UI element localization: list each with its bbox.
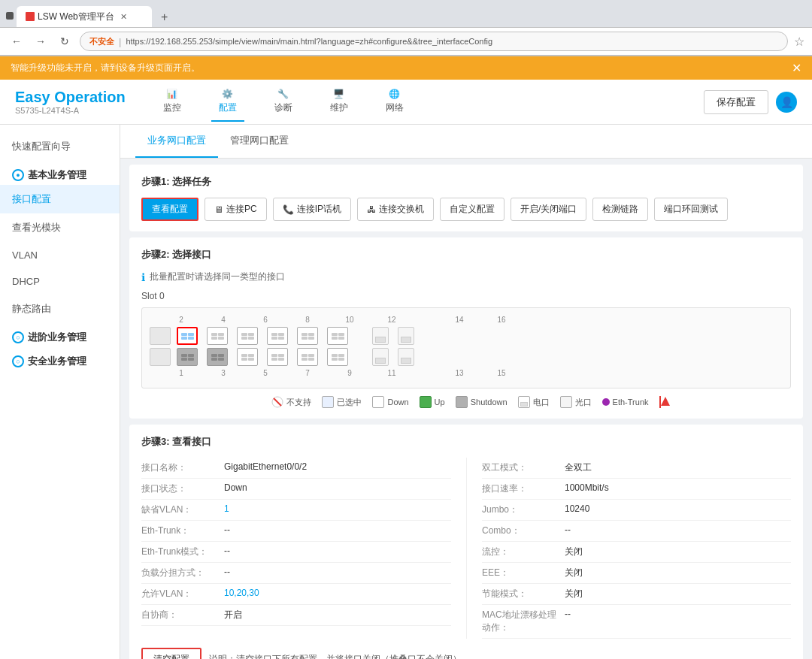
port-num-1: 1 [174, 369, 189, 377]
logo-model: S5735-L24T4S-A [15, 106, 126, 115]
sidebar-section-basic[interactable]: ● 基本业务管理 [0, 161, 120, 185]
sidebar-item-dhcp[interactable]: DHCP [0, 268, 120, 295]
security-warning: 不安全 [89, 36, 114, 47]
new-tab-button[interactable]: + [155, 8, 174, 27]
sidebar-section-advanced[interactable]: ○ 进阶业务管理 [0, 323, 120, 347]
port-num-2: 2 [174, 316, 189, 324]
port-11[interactable] [327, 348, 348, 366]
step1-buttons: 查看配置 🖥 连接PC 📞 连接IP话机 🖧 连接交换机 自定义配置 开启/关 [141, 198, 791, 221]
static-route-label: 静态路由 [12, 302, 51, 316]
energy-saving-value: 关闭 [565, 588, 583, 600]
detail-combo: Combo： -- [482, 521, 791, 542]
port-8[interactable] [267, 327, 288, 345]
port-bottom-numbers: 1 3 5 7 9 11 13 [150, 369, 783, 377]
nav-item-network[interactable]: 🌐 网络 [378, 83, 411, 122]
speed-value: 1000Mbit/s [565, 482, 609, 493]
port-10[interactable] [297, 327, 318, 345]
tab-bar: LSW Web管理平台 ✕ + [0, 0, 812, 27]
duplex-label: 双工模式： [482, 461, 565, 474]
monitor-icon: 📊 [166, 89, 177, 99]
sidebar-item-vlan[interactable]: VLAN [0, 242, 120, 268]
sidebar-item-optical-module[interactable]: 查看光模块 [0, 213, 120, 242]
optical-module-label: 查看光模块 [12, 221, 61, 234]
port-15-fiber[interactable] [398, 348, 414, 366]
eee-label: EEE： [482, 567, 565, 579]
nav-item-diagnose[interactable]: 🔧 诊断 [267, 83, 300, 122]
tab-business-port[interactable]: 业务网口配置 [135, 125, 218, 158]
connect-pc-button[interactable]: 🖥 连接PC [205, 198, 267, 221]
back-button[interactable]: ← [8, 32, 26, 50]
detail-interface-name: 接口名称： GigabitEthernet0/0/2 [141, 458, 451, 479]
triangle-icon [661, 396, 670, 407]
connect-switch-button[interactable]: 🖧 连接交换机 [357, 198, 434, 221]
port-12[interactable] [327, 327, 348, 345]
nav-item-maintain[interactable]: 🖥️ 维护 [323, 83, 356, 122]
reload-button[interactable]: ↻ [56, 32, 74, 50]
sidebar: 快速配置向导 ● 基本业务管理 接口配置 查看光模块 VLAN DHCP 静态路… [0, 125, 120, 659]
port-num-14: 14 [452, 316, 467, 324]
port-13-fiber[interactable] [372, 348, 389, 366]
detail-mac-action: MAC地址漂移处理动作： -- [482, 605, 791, 639]
port-16-fiber[interactable] [398, 327, 414, 345]
interface-name-label: 接口名称： [141, 461, 224, 474]
port-1[interactable] [177, 348, 198, 366]
sidebar-item-interface-config[interactable]: 接口配置 [0, 185, 120, 213]
port-1-holes [181, 354, 194, 361]
connect-ip-phone-label: 连接IP话机 [297, 203, 341, 216]
port-num-15: 15 [494, 369, 509, 377]
detail-flow-ctrl: 流控： 关闭 [482, 542, 791, 563]
port-5-holes [241, 354, 254, 361]
port-4[interactable] [207, 327, 228, 345]
notification-bar: 智能升级功能未开启，请到设备升级页面开启。 ✕ [0, 56, 812, 80]
port-6[interactable] [237, 327, 258, 345]
interface-name-value: GigabitEthernet0/0/2 [224, 461, 307, 472]
legend-selected-label: 已选中 [337, 397, 362, 408]
toggle-port-button[interactable]: 开启/关闭端口 [511, 198, 586, 221]
eth-trunk-icon [602, 398, 610, 406]
port-grid: 2 4 6 8 10 12 14 [141, 307, 791, 388]
custom-config-button[interactable]: 自定义配置 [440, 198, 504, 221]
user-avatar[interactable]: 👤 [776, 92, 797, 113]
port-5[interactable] [237, 348, 258, 366]
detect-link-button[interactable]: 检测链路 [592, 198, 648, 221]
port-7[interactable] [267, 348, 288, 366]
view-config-button[interactable]: 查看配置 [141, 198, 198, 221]
clear-config-button[interactable]: 清空配置 [141, 648, 201, 659]
sidebar-section-security[interactable]: ○ 安全业务管理 [0, 347, 120, 371]
url-text: https://192.168.255.253/simple/view/main… [126, 37, 492, 46]
sidebar-item-static-route[interactable]: 静态路由 [0, 295, 120, 323]
port-12-holes [332, 333, 344, 340]
tab-mgmt-port[interactable]: 管理网口配置 [218, 125, 301, 158]
info-icon: ℹ [141, 271, 145, 283]
sidebar-item-quick-config[interactable]: 快速配置向导 [0, 132, 120, 161]
connect-ip-phone-button[interactable]: 📞 连接IP话机 [273, 198, 351, 221]
save-config-button[interactable]: 保存配置 [704, 90, 768, 114]
flow-ctrl-value: 关闭 [565, 546, 583, 558]
allowed-vlan-value[interactable]: 10,20,30 [224, 588, 259, 598]
legend-selected: 已选中 [322, 396, 362, 408]
legend-down-label: Down [387, 398, 408, 407]
url-bar[interactable]: 不安全 | https://192.168.255.253/simple/vie… [80, 32, 788, 51]
tab-close-icon[interactable]: ✕ [120, 12, 127, 22]
port-14-fiber[interactable] [372, 327, 389, 345]
network-label: 网络 [386, 101, 404, 114]
bookmark-icon[interactable]: ☆ [794, 35, 804, 49]
port-loopback-button[interactable]: 端口环回测试 [654, 198, 728, 221]
optical-icon [560, 396, 572, 408]
section-basic-label: 基本业务管理 [28, 168, 86, 182]
svg-line-1 [274, 398, 281, 406]
nav-item-monitor[interactable]: 📊 监控 [156, 83, 189, 122]
port-9[interactable] [297, 348, 318, 366]
bottom-action: 清空配置 说明：清空接口下所有配置，并将接口关闭（堆叠口不会关闭）。 [141, 648, 791, 659]
browser-tab[interactable]: LSW Web管理平台 ✕ [17, 6, 152, 27]
forward-button[interactable]: → [32, 32, 50, 50]
logo-operation: Operation [54, 89, 125, 105]
nav-item-config[interactable]: ⚙️ 配置 [211, 83, 244, 122]
port-2[interactable] [177, 327, 198, 345]
notification-close-button[interactable]: ✕ [792, 61, 801, 75]
default-vlan-value[interactable]: 1 [224, 503, 229, 514]
mac-action-value: -- [565, 609, 571, 619]
port-3[interactable] [207, 348, 228, 366]
port-6-holes [241, 333, 254, 340]
port-num-6: 6 [258, 316, 273, 324]
